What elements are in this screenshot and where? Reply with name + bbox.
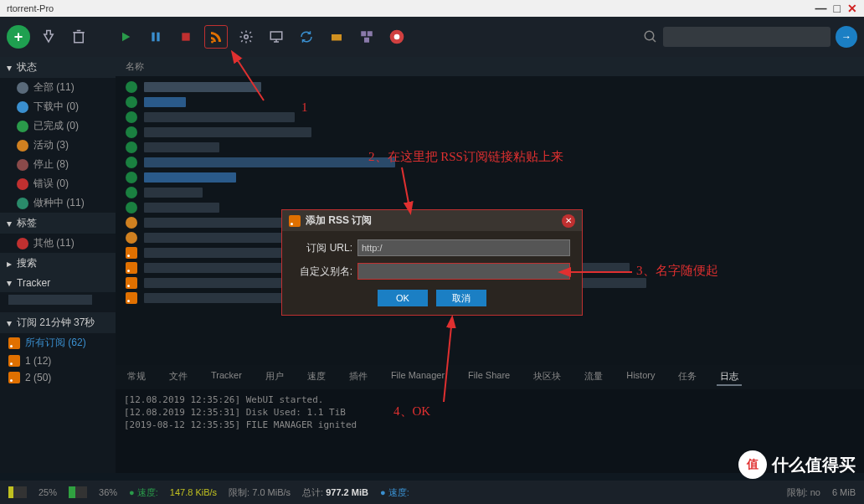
svg-rect-7: [332, 34, 342, 41]
tab-traffic[interactable]: 流量: [581, 368, 606, 386]
watermark-badge: 值: [738, 450, 767, 479]
toolbar: + →: [0, 17, 864, 57]
log-line: [12.08.2019 12:35:26] WebUI started.: [124, 394, 856, 405]
table-row[interactable]: [116, 155, 864, 170]
sidebar-search-header[interactable]: ▸ 搜索: [0, 253, 116, 274]
sidebar-tags-header[interactable]: ▾ 标签: [0, 213, 116, 234]
create-torrent-button[interactable]: [37, 25, 60, 49]
table-row[interactable]: [116, 95, 864, 110]
svg-rect-6: [270, 32, 282, 39]
tab-general[interactable]: 常规: [124, 368, 149, 386]
disk-usage-bar-2: [69, 486, 87, 498]
download-speed: 147.8 KiB/s: [170, 487, 217, 497]
maximize-button[interactable]: □: [834, 2, 841, 15]
tab-tasks[interactable]: 任务: [675, 368, 700, 386]
rss-button[interactable]: [204, 25, 228, 49]
statusbar: 25% 36% ● 速度: 147.8 KiB/s 限制: 7.0 MiB/s …: [0, 481, 864, 504]
tab-chunks[interactable]: 块区块: [530, 368, 564, 386]
rss-icon: [126, 277, 137, 289]
tab-history[interactable]: History: [623, 368, 658, 386]
ok-button[interactable]: OK: [378, 290, 428, 306]
table-row[interactable]: [116, 140, 864, 155]
watermark: 值 什么值得买: [738, 450, 856, 479]
tab-peers[interactable]: 用户: [262, 368, 287, 386]
search-input[interactable]: [663, 27, 831, 47]
rss-icon: [126, 247, 137, 259]
rss-icon: [289, 215, 301, 227]
tab-fileshare[interactable]: File Share: [465, 368, 513, 386]
sidebar-completed[interactable]: 已完成 (0): [0, 116, 116, 136]
svg-rect-4: [182, 33, 189, 40]
remove-button[interactable]: [67, 25, 90, 49]
sidebar-feeds-header[interactable]: ▾ 订阅 21分钟 37秒: [0, 312, 116, 333]
table-header[interactable]: 名称: [116, 57, 864, 76]
table-row[interactable]: [116, 125, 864, 140]
disk-usage-text: 25%: [39, 487, 57, 497]
autotools-button[interactable]: [355, 25, 378, 49]
rss-url-input[interactable]: [357, 239, 570, 256]
tab-log[interactable]: 日志: [717, 368, 742, 386]
detail-tabs: 常规 文件 Tracker 用户 速度 插件 File Manager File…: [116, 365, 864, 389]
rss-icon: [8, 372, 20, 383]
add-rss-dialog: 添加 RSS 订阅 ✕ 订阅 URL: 自定义别名: OK 取消: [281, 209, 583, 316]
table-row[interactable]: [116, 110, 864, 125]
sidebar-status-header[interactable]: ▾ 状态: [0, 57, 116, 78]
plugins-button[interactable]: [325, 25, 348, 49]
dialog-titlebar[interactable]: 添加 RSS 订阅 ✕: [282, 210, 582, 231]
svg-marker-1: [122, 33, 130, 42]
tab-filemanager[interactable]: File Manager: [388, 368, 448, 386]
svg-rect-3: [157, 33, 159, 42]
cancel-button[interactable]: 取消: [436, 290, 486, 306]
window-titlebar: rtorrent-Pro — □ ✕: [0, 0, 864, 17]
dialog-close-button[interactable]: ✕: [562, 214, 575, 228]
sidebar-feed-2[interactable]: 2 (50): [0, 369, 116, 386]
stop-button[interactable]: [174, 25, 198, 49]
search-icon: [643, 29, 658, 44]
sidebar-seeding[interactable]: 做种中 (11): [0, 193, 116, 213]
search-go-button[interactable]: →: [836, 26, 857, 48]
close-button[interactable]: ✕: [847, 2, 857, 15]
start-button[interactable]: [114, 25, 137, 49]
disk-usage-text-2: 36%: [99, 487, 117, 497]
rss-icon: [8, 355, 20, 367]
minimize-button[interactable]: —: [815, 2, 827, 15]
table-row[interactable]: [116, 170, 864, 185]
sidebar-tracker-item[interactable]: [0, 292, 116, 307]
sidebar-feed-1[interactable]: 1 (12): [0, 352, 116, 369]
svg-rect-9: [368, 31, 373, 36]
log-line: [12.08.2019 12:35:31] Disk Used: 1.1 TiB: [124, 407, 856, 418]
sidebar-tracker-header[interactable]: ▾ Tracker: [0, 274, 116, 292]
log-line: [2019-08-12 12:35:35] FILE MANAGER ignit…: [124, 419, 856, 430]
svg-point-13: [645, 31, 654, 40]
sidebar-other[interactable]: 其他 (11): [0, 234, 116, 253]
tab-speed[interactable]: 速度: [304, 368, 329, 386]
tab-tracker[interactable]: Tracker: [208, 368, 245, 386]
table-row[interactable]: [116, 185, 864, 200]
pause-button[interactable]: [144, 25, 167, 49]
svg-rect-2: [152, 33, 154, 42]
dialog-title: 添加 RSS 订阅: [306, 213, 372, 228]
tab-files[interactable]: 文件: [166, 368, 191, 386]
sidebar-feed-all[interactable]: 所有订阅 (62): [0, 333, 116, 352]
alias-label: 自定义别名:: [294, 265, 352, 279]
settings-button[interactable]: [234, 25, 258, 49]
watermark-text: 什么值得买: [772, 454, 856, 476]
sidebar-stopped[interactable]: 停止 (8): [0, 155, 116, 174]
rss-alias-input[interactable]: [357, 263, 570, 280]
table-row[interactable]: [116, 80, 864, 95]
url-label: 订阅 URL:: [294, 241, 352, 255]
sidebar-all[interactable]: 全部 (11): [0, 78, 116, 97]
sidebar: ▾ 状态 全部 (11) 下载中 (0) 已完成 (0) 活动 (3) 停止 (…: [0, 57, 116, 473]
rss-icon: [126, 262, 137, 274]
sidebar-active[interactable]: 活动 (3): [0, 136, 116, 155]
svg-point-5: [244, 35, 249, 39]
help-button[interactable]: [385, 25, 409, 49]
disk-usage-bar: [8, 486, 27, 498]
tab-plugins[interactable]: 插件: [346, 368, 371, 386]
sidebar-error[interactable]: 错误 (0): [0, 174, 116, 193]
add-torrent-button[interactable]: +: [7, 25, 30, 49]
refresh-button[interactable]: [295, 25, 318, 49]
sidebar-downloading[interactable]: 下载中 (0): [0, 97, 116, 116]
svg-rect-0: [75, 33, 84, 43]
monitor-button[interactable]: [265, 25, 288, 49]
